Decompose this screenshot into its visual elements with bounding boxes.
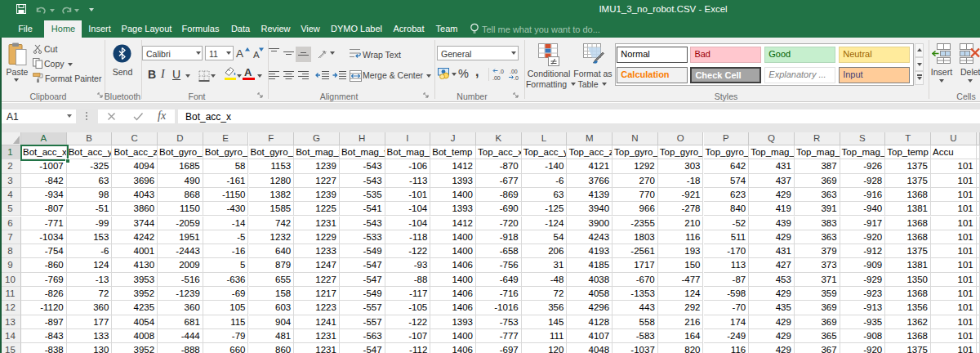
svg-text:.00: .00 [510, 69, 518, 74]
svg-text:.00: .00 [492, 75, 501, 81]
svg-text:.0: .0 [514, 75, 519, 81]
svg-text:.0: .0 [499, 69, 504, 74]
